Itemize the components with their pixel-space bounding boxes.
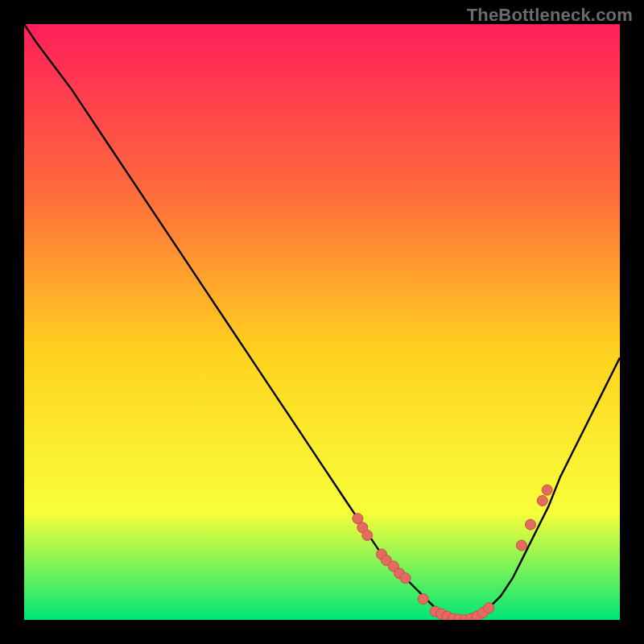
watermark-text: TheBottleneck.com bbox=[467, 5, 633, 26]
data-point bbox=[542, 485, 552, 495]
data-point bbox=[484, 603, 494, 613]
data-point bbox=[400, 573, 411, 584]
data-point bbox=[537, 496, 547, 506]
data-point bbox=[418, 594, 428, 605]
chart-plot-area bbox=[24, 24, 620, 620]
data-point bbox=[362, 530, 373, 540]
data-point bbox=[516, 540, 526, 551]
data-point bbox=[526, 519, 536, 530]
chart-frame: TheBottleneck.com bbox=[0, 0, 644, 644]
gradient-background bbox=[24, 24, 620, 620]
bottleneck-curve-chart bbox=[24, 24, 620, 620]
